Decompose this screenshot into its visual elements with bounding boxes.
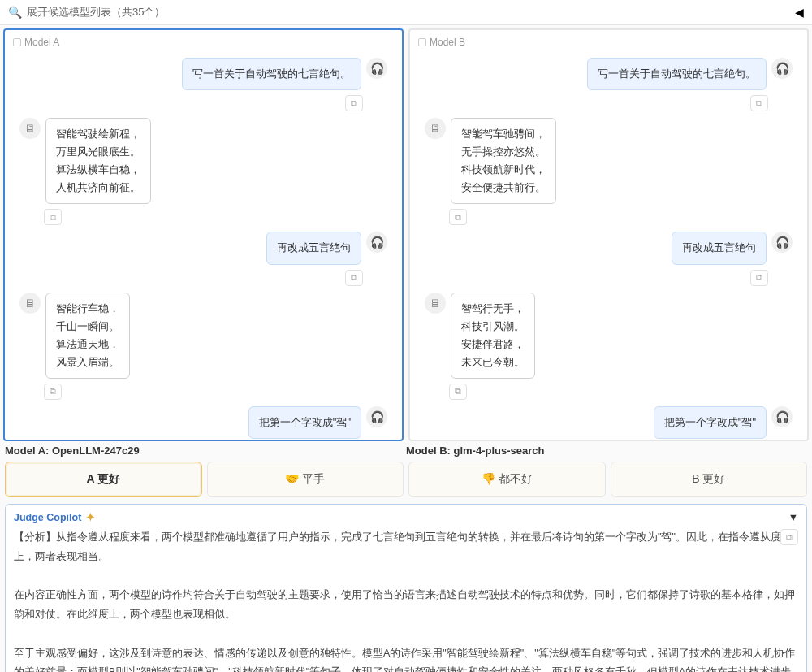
- message-text: 智能驾车驰骋间， 无手操控亦悠然。 科技领航新时代， 安全便捷共前行。: [451, 118, 556, 204]
- copy-judge-button[interactable]: [780, 529, 798, 545]
- copy-message-button[interactable]: [750, 270, 768, 286]
- message-text: 把第一个字改成"驾": [654, 406, 767, 439]
- copy-icon: [351, 272, 357, 283]
- user-avatar-icon: 🎧: [366, 232, 387, 253]
- message-text: 智能行车稳， 千山一瞬间。 算法通天地， 风景入眉端。: [45, 293, 130, 379]
- copy-icon: [50, 212, 56, 223]
- copy-icon: [351, 98, 357, 109]
- collapse-judge-icon[interactable]: ▼: [788, 512, 798, 523]
- copy-message-button[interactable]: [345, 270, 363, 286]
- assistant-message: 🖥智驾行无手， 科技引风潮。 安捷伴君路， 未来已今朝。: [420, 293, 797, 379]
- copy-message-button[interactable]: [44, 209, 62, 225]
- model-a-name: Model A: OpenLLM-247c29: [5, 444, 406, 457]
- judge-analysis-text: 【分析】从指令遵从程度来看，两个模型都准确地遵循了用户的指示，完成了七言绝句到五…: [14, 528, 798, 672]
- panel-tag-icon: [13, 38, 21, 46]
- copy-icon: [50, 386, 56, 397]
- message-text: 把第一个字改成"驾": [248, 406, 361, 439]
- user-avatar-icon: 🎧: [771, 232, 793, 253]
- message-text: 写一首关于自动驾驶的七言绝句。: [182, 58, 361, 90]
- bot-avatar-icon: 🖥: [19, 293, 41, 314]
- user-avatar-icon: 🎧: [771, 58, 793, 79]
- copy-message-button[interactable]: [44, 384, 62, 400]
- candidate-list-toggle[interactable]: 展开候选模型列表（共35个）: [27, 5, 795, 20]
- judge-copilot-panel: Judge Copilot ✦ ▼ 【分析】从指令遵从程度来看，两个模型都准确地…: [5, 504, 807, 672]
- message-text: 智能驾驶绘新程， 万里风光眼底生。 算法纵横车自稳， 人机共济向前征。: [45, 118, 151, 204]
- message-text: 再改成五言绝句: [266, 232, 361, 264]
- search-icon: 🔍: [8, 6, 22, 19]
- user-avatar-icon: 🎧: [366, 58, 387, 79]
- copy-message-button[interactable]: [345, 95, 363, 111]
- user-message: 把第一个字改成"驾"🎧: [15, 406, 392, 439]
- message-text: 再改成五言绝句: [672, 232, 767, 264]
- vote-b-better[interactable]: B 更好: [611, 462, 808, 497]
- bot-avatar-icon: 🖥: [425, 118, 446, 139]
- collapse-icon[interactable]: ◀: [795, 6, 804, 19]
- copy-message-button[interactable]: [449, 384, 467, 400]
- copy-icon: [455, 386, 461, 397]
- panel-tag: Model A: [24, 37, 59, 48]
- user-message: 再改成五言绝句🎧: [420, 232, 797, 264]
- assistant-message: 🖥智能行车稳， 千山一瞬间。 算法通天地， 风景入眉端。: [15, 293, 392, 379]
- copy-icon: [756, 272, 762, 283]
- copy-message-button[interactable]: [449, 209, 467, 225]
- panel-model-b: Model B 写一首关于自动驾驶的七言绝句。🎧🖥智能驾车驰骋间， 无手操控亦悠…: [408, 28, 809, 441]
- vote-both-bad[interactable]: 👎 都不好: [408, 462, 606, 497]
- panel-tag: Model B: [430, 37, 465, 48]
- user-message: 再改成五言绝句🎧: [15, 232, 392, 264]
- vote-a-better[interactable]: A 更好: [5, 462, 202, 497]
- panel-model-a: Model A 写一首关于自动驾驶的七言绝句。🎧🖥智能驾驶绘新程， 万里风光眼底…: [3, 28, 404, 441]
- judge-title: Judge Copilot: [14, 512, 81, 523]
- message-text: 写一首关于自动驾驶的七言绝句。: [587, 58, 767, 90]
- bot-avatar-icon: 🖥: [19, 118, 41, 139]
- assistant-message: 🖥智能驾驶绘新程， 万里风光眼底生。 算法纵横车自稳， 人机共济向前征。: [15, 118, 392, 204]
- copy-message-button[interactable]: [750, 95, 768, 111]
- user-avatar-icon: 🎧: [771, 406, 793, 427]
- user-message: 写一首关于自动驾驶的七言绝句。🎧: [420, 58, 797, 90]
- bot-avatar-icon: 🖥: [425, 293, 446, 314]
- copy-icon: [786, 532, 793, 543]
- user-message: 写一首关于自动驾驶的七言绝句。🎧: [15, 58, 392, 90]
- user-message: 把第一个字改成"驾"🎧: [420, 406, 797, 439]
- model-b-name: Model B: glm-4-plus-search: [406, 444, 807, 457]
- panel-tag-icon: [418, 38, 426, 46]
- user-avatar-icon: 🎧: [366, 406, 387, 427]
- copy-icon: [455, 212, 461, 223]
- copy-icon: [756, 98, 762, 109]
- sparkle-icon: ✦: [86, 511, 95, 523]
- vote-tie[interactable]: 🤝 平手: [207, 462, 404, 497]
- assistant-message: 🖥智能驾车驰骋间， 无手操控亦悠然。 科技领航新时代， 安全便捷共前行。: [420, 118, 797, 204]
- message-text: 智驾行无手， 科技引风潮。 安捷伴君路， 未来已今朝。: [451, 293, 535, 379]
